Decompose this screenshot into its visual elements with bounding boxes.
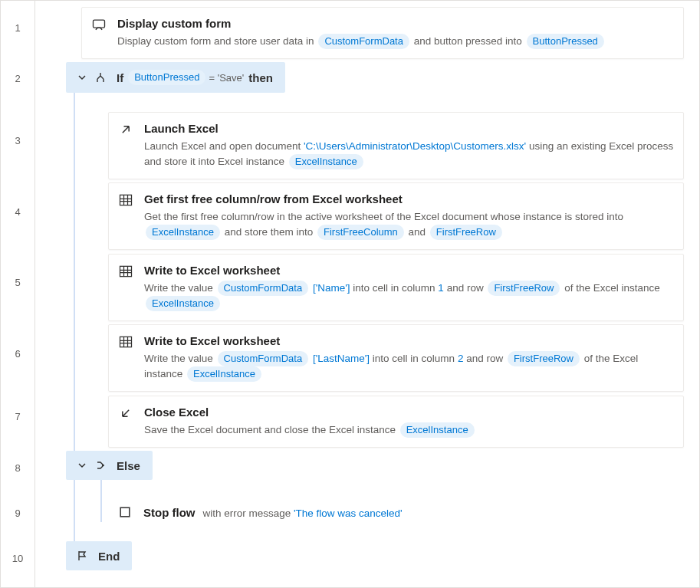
action-close-excel[interactable]: Close Excel Save the Excel document and … <box>108 396 684 448</box>
svg-rect-1 <box>120 195 132 205</box>
variable-token[interactable]: CustomFormData <box>218 351 309 366</box>
action-get-first-free[interactable]: Get first free column/row from Excel wor… <box>108 182 684 250</box>
svg-rect-3 <box>120 337 132 347</box>
variable-token[interactable]: ExcelInstance <box>146 296 220 311</box>
else-icon <box>94 458 107 472</box>
variable-token[interactable]: ButtonPressed <box>527 34 604 49</box>
action-description: Save the Excel document and close the Ex… <box>144 422 674 438</box>
close-arrow-icon <box>118 404 138 438</box>
excel-icon <box>118 262 138 311</box>
line-number: 3 <box>1 135 35 146</box>
variable-token[interactable]: ButtonPressed <box>128 70 205 85</box>
end-block[interactable]: End <box>66 541 132 570</box>
svg-rect-2 <box>120 266 132 276</box>
else-block[interactable]: Else <box>66 451 153 480</box>
action-write-excel-name[interactable]: Write to Excel worksheet Write the value… <box>108 254 684 321</box>
line-number: 7 <box>1 411 35 422</box>
variable-token[interactable]: ExcelInstance <box>289 154 363 169</box>
line-number: 6 <box>1 348 35 360</box>
variable-token[interactable]: FirstFreeRow <box>430 225 502 240</box>
variable-token[interactable]: CustomFormData <box>218 281 309 296</box>
action-description: Launch Excel and open document 'C:\Users… <box>144 139 674 170</box>
action-title: Write to Excel worksheet <box>144 333 674 350</box>
end-keyword: End <box>98 550 120 563</box>
line-gutter: 1 2 3 4 5 6 7 8 9 10 <box>1 1 35 587</box>
line-number: 10 <box>1 553 35 564</box>
svg-rect-0 <box>94 20 105 28</box>
action-title: Get first free column/row from Excel wor… <box>144 191 674 209</box>
flag-icon <box>75 549 89 563</box>
line-number: 1 <box>1 22 35 34</box>
action-description: Display custom form and store user data … <box>117 34 674 49</box>
action-title: Write to Excel worksheet <box>144 262 674 280</box>
line-number: 5 <box>1 277 35 288</box>
variable-token[interactable]: FirstFreeRow <box>488 281 560 296</box>
variable-token[interactable]: ExcelInstance <box>146 225 220 240</box>
line-number: 8 <box>1 462 35 474</box>
chevron-down-icon[interactable] <box>75 71 89 84</box>
action-title: Launch Excel <box>144 120 674 138</box>
variable-token[interactable]: CustomFormData <box>318 34 409 49</box>
line-number: 9 <box>1 508 35 519</box>
stop-icon <box>117 504 137 522</box>
line-number: 4 <box>1 206 35 218</box>
action-display-custom-form[interactable]: Display custom form Display custom form … <box>81 7 684 59</box>
svg-rect-4 <box>120 508 130 517</box>
line-number: 2 <box>1 73 35 84</box>
excel-icon <box>118 191 138 240</box>
action-description: Get the first free column/row in the act… <box>144 209 674 241</box>
launch-icon <box>118 120 138 169</box>
if-condition: = 'Save' <box>209 72 244 84</box>
action-write-excel-lastname[interactable]: Write to Excel worksheet Write the value… <box>108 324 684 392</box>
if-keyword: If <box>117 71 123 84</box>
variable-token[interactable]: ExcelInstance <box>187 366 261 382</box>
variable-token[interactable]: ExcelInstance <box>400 422 475 438</box>
excel-icon <box>118 333 138 382</box>
branch-icon <box>94 71 107 84</box>
action-launch-excel[interactable]: Launch Excel Launch Excel and open docum… <box>108 112 684 179</box>
else-keyword: Else <box>117 459 140 472</box>
then-keyword: then <box>248 71 273 84</box>
chevron-down-icon[interactable] <box>75 458 89 472</box>
form-icon <box>91 15 111 49</box>
variable-token[interactable]: FirstFreeColumn <box>317 225 404 240</box>
action-stop-flow[interactable]: Stop flow with error message 'The flow w… <box>108 497 684 530</box>
action-title: Display custom form <box>117 15 674 33</box>
variable-token[interactable]: FirstFreeRow <box>508 351 580 366</box>
action-description: with error message 'The flow was cancele… <box>202 508 402 519</box>
if-block[interactable]: If ButtonPressed = 'Save' then <box>66 62 285 93</box>
action-title: Stop flow <box>143 506 196 519</box>
action-description: Write the value CustomFormData ['LastNam… <box>144 351 674 383</box>
action-title: Close Excel <box>144 404 674 422</box>
action-description: Write the value CustomFormData ['Name'] … <box>144 281 674 312</box>
